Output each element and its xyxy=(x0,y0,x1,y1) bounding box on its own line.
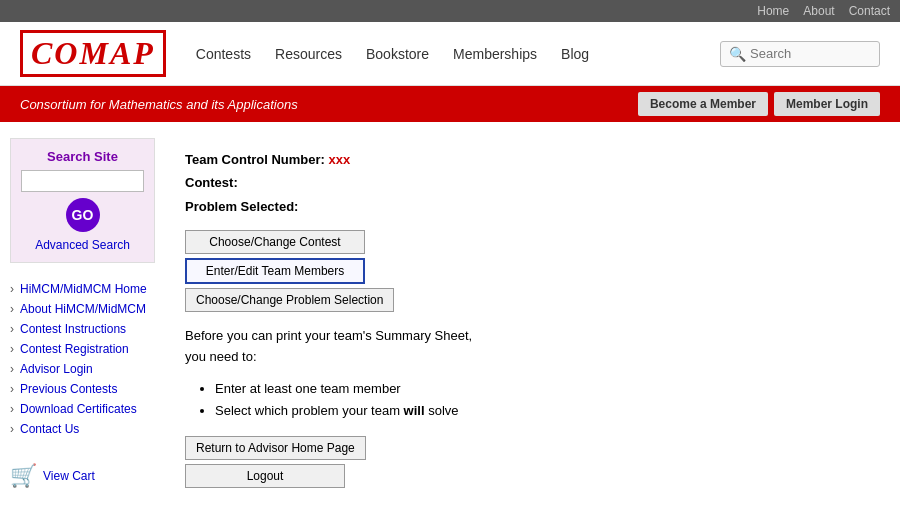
nav-memberships[interactable]: Memberships xyxy=(453,46,537,62)
advanced-search-link[interactable]: Advanced Search xyxy=(21,238,144,252)
go-button[interactable]: GO xyxy=(66,198,100,232)
sidebar-link-advisor-login[interactable]: Advisor Login xyxy=(20,362,93,376)
contest-label: Contest: xyxy=(185,175,238,190)
sidebar-link-contact-us[interactable]: Contact Us xyxy=(20,422,79,436)
nav-resources[interactable]: Resources xyxy=(275,46,342,62)
search-site-title: Search Site xyxy=(21,149,144,164)
sidebar-item-himcm-home: HiMCM/MidMCM Home xyxy=(10,279,155,299)
bottom-buttons: Return to Advisor Home Page Logout xyxy=(185,436,870,488)
logout-button[interactable]: Logout xyxy=(185,464,345,488)
sidebar-link-about-himcm[interactable]: About HiMCM/MidMCM xyxy=(20,302,146,316)
sidebar-link-contest-instructions[interactable]: Contest Instructions xyxy=(20,322,126,336)
team-info: Team Control Number: xxx Contest: Proble… xyxy=(185,148,870,218)
banner-tagline: Consortium for Mathematics and its Appli… xyxy=(20,97,298,112)
search-box: 🔍 xyxy=(720,41,880,67)
sidebar-item-contest-registration: Contest Registration xyxy=(10,339,155,359)
sidebar-search-input[interactable] xyxy=(21,170,144,192)
site-logo: COMAP xyxy=(20,30,166,77)
choose-change-problem-button[interactable]: Choose/Change Problem Selection xyxy=(185,288,394,312)
choose-change-contest-button[interactable]: Choose/Change Contest xyxy=(185,230,365,254)
topbar-home[interactable]: Home xyxy=(757,4,789,18)
bullet-1: Enter at least one team member xyxy=(215,378,870,400)
become-member-button[interactable]: Become a Member xyxy=(638,92,768,116)
member-login-button[interactable]: Member Login xyxy=(774,92,880,116)
topbar-contact[interactable]: Contact xyxy=(849,4,890,18)
topbar-about[interactable]: About xyxy=(803,4,834,18)
sidebar-nav: HiMCM/MidMCM Home About HiMCM/MidMCM Con… xyxy=(10,279,155,439)
sidebar-item-download-certs: Download Certificates xyxy=(10,399,155,419)
bullet-list: Enter at least one team member Select wh… xyxy=(215,378,870,422)
sidebar-item-previous-contests: Previous Contests xyxy=(10,379,155,399)
red-banner: Consortium for Mathematics and its Appli… xyxy=(0,86,900,122)
bullet-2: Select which problem your team will solv… xyxy=(215,400,870,422)
main-content: Team Control Number: xxx Contest: Proble… xyxy=(165,138,900,499)
cart-icon: 🛒 xyxy=(10,463,37,489)
sidebar: Search Site GO Advanced Search HiMCM/Mid… xyxy=(0,138,165,499)
return-advisor-button[interactable]: Return to Advisor Home Page xyxy=(185,436,366,460)
sidebar-link-himcm-home[interactable]: HiMCM/MidMCM Home xyxy=(20,282,147,296)
action-buttons: Choose/Change Contest Enter/Edit Team Me… xyxy=(185,230,870,312)
search-site-box: Search Site GO Advanced Search xyxy=(10,138,155,263)
cart-area: 🛒 View Cart xyxy=(10,455,155,489)
info-text: Before you can print your team's Summary… xyxy=(185,326,870,368)
sidebar-item-contact-us: Contact Us xyxy=(10,419,155,439)
enter-edit-team-button[interactable]: Enter/Edit Team Members xyxy=(185,258,365,284)
info-line2: you need to: xyxy=(185,349,257,364)
nav-contests[interactable]: Contests xyxy=(196,46,251,62)
sidebar-link-contest-registration[interactable]: Contest Registration xyxy=(20,342,129,356)
sidebar-link-download-certs[interactable]: Download Certificates xyxy=(20,402,137,416)
search-icon: 🔍 xyxy=(729,46,746,62)
sidebar-item-contest-instructions: Contest Instructions xyxy=(10,319,155,339)
sidebar-item-advisor-login: Advisor Login xyxy=(10,359,155,379)
search-input[interactable] xyxy=(750,46,870,61)
problem-label: Problem Selected: xyxy=(185,199,298,214)
sidebar-link-previous-contests[interactable]: Previous Contests xyxy=(20,382,117,396)
view-cart-link[interactable]: View Cart xyxy=(43,469,95,483)
content-area: Search Site GO Advanced Search HiMCM/Mid… xyxy=(0,122,900,515)
info-line1: Before you can print your team's Summary… xyxy=(185,328,472,343)
top-bar: Home About Contact xyxy=(0,0,900,22)
main-nav: Contests Resources Bookstore Memberships… xyxy=(196,46,700,62)
banner-buttons: Become a Member Member Login xyxy=(638,92,880,116)
team-control-value: xxx xyxy=(329,152,351,167)
nav-blog[interactable]: Blog xyxy=(561,46,589,62)
sidebar-item-about-himcm: About HiMCM/MidMCM xyxy=(10,299,155,319)
team-control-label: Team Control Number: xyxy=(185,152,325,167)
nav-bookstore[interactable]: Bookstore xyxy=(366,46,429,62)
will-bold: will xyxy=(404,403,425,418)
header: COMAP Contests Resources Bookstore Membe… xyxy=(0,22,900,86)
